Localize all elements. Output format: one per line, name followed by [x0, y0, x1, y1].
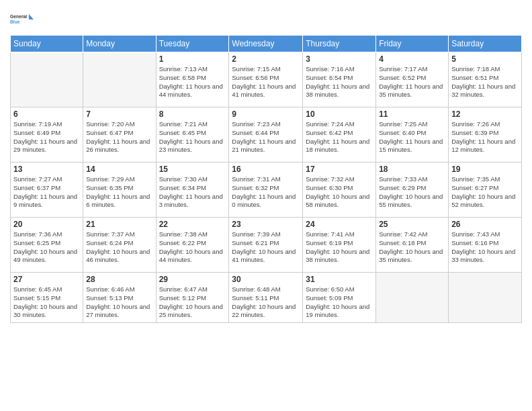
svg-text:Blue: Blue	[10, 19, 20, 24]
day-number: 3	[306, 54, 373, 64]
day-info: Sunrise: 6:48 AM Sunset: 5:11 PM Dayligh…	[232, 285, 300, 320]
header: GeneralBlue	[10, 7, 522, 31]
day-number: 2	[232, 54, 300, 64]
day-info: Sunrise: 7:16 AM Sunset: 6:54 PM Dayligh…	[306, 65, 373, 99]
calendar-cell: 5Sunrise: 7:18 AM Sunset: 6:51 PM Daylig…	[449, 52, 522, 107]
day-number: 21	[86, 220, 152, 229]
calendar-cell: 17Sunrise: 7:32 AM Sunset: 6:30 PM Dayli…	[303, 163, 376, 218]
calendar-cell: 25Sunrise: 7:42 AM Sunset: 6:18 PM Dayli…	[376, 218, 449, 273]
calendar-cell: 31Sunrise: 6:50 AM Sunset: 5:09 PM Dayli…	[303, 273, 376, 323]
day-info: Sunrise: 7:36 AM Sunset: 6:25 PM Dayligh…	[13, 230, 80, 265]
logo: GeneralBlue	[10, 7, 34, 31]
day-info: Sunrise: 7:31 AM Sunset: 6:32 PM Dayligh…	[232, 175, 300, 210]
calendar-cell: 27Sunrise: 6:45 AM Sunset: 5:15 PM Dayli…	[11, 273, 83, 323]
calendar-cell: 12Sunrise: 7:26 AM Sunset: 6:39 PM Dayli…	[449, 107, 522, 163]
calendar-cell: 1Sunrise: 7:13 AM Sunset: 6:58 PM Daylig…	[156, 52, 229, 107]
calendar-cell: 26Sunrise: 7:43 AM Sunset: 6:16 PM Dayli…	[449, 218, 522, 273]
day-info: Sunrise: 7:30 AM Sunset: 6:34 PM Dayligh…	[159, 175, 226, 210]
day-info: Sunrise: 7:21 AM Sunset: 6:45 PM Dayligh…	[159, 120, 226, 154]
day-number: 4	[379, 54, 445, 64]
day-info: Sunrise: 7:26 AM Sunset: 6:39 PM Dayligh…	[451, 120, 519, 154]
calendar-cell: 23Sunrise: 7:39 AM Sunset: 6:21 PM Dayli…	[229, 218, 303, 273]
day-number: 5	[451, 54, 519, 64]
day-of-week-header: Monday	[83, 36, 156, 52]
calendar-header-row: SundayMondayTuesdayWednesdayThursdayFrid…	[11, 36, 522, 52]
calendar-cell: 24Sunrise: 7:41 AM Sunset: 6:19 PM Dayli…	[303, 218, 376, 273]
day-number: 20	[13, 220, 80, 229]
day-info: Sunrise: 7:39 AM Sunset: 6:21 PM Dayligh…	[232, 230, 300, 265]
day-info: Sunrise: 7:25 AM Sunset: 6:40 PM Dayligh…	[379, 120, 445, 154]
calendar-cell: 28Sunrise: 6:46 AM Sunset: 5:13 PM Dayli…	[83, 273, 156, 323]
day-of-week-header: Sunday	[11, 36, 83, 52]
day-of-week-header: Tuesday	[156, 36, 229, 52]
page: GeneralBlue SundayMondayTuesdayWednesday…	[0, 0, 532, 330]
day-number: 28	[86, 275, 152, 284]
day-info: Sunrise: 7:42 AM Sunset: 6:18 PM Dayligh…	[379, 230, 445, 265]
day-info: Sunrise: 7:32 AM Sunset: 6:30 PM Dayligh…	[306, 175, 373, 210]
day-number: 31	[306, 275, 373, 284]
calendar-week-row: 13Sunrise: 7:27 AM Sunset: 6:37 PM Dayli…	[11, 163, 522, 218]
day-info: Sunrise: 7:38 AM Sunset: 6:22 PM Dayligh…	[159, 230, 226, 265]
calendar-cell: 21Sunrise: 7:37 AM Sunset: 6:24 PM Dayli…	[83, 218, 156, 273]
day-number: 16	[232, 165, 300, 174]
svg-marker-2	[29, 14, 34, 19]
day-number: 29	[159, 275, 226, 284]
calendar-cell: 29Sunrise: 6:47 AM Sunset: 5:12 PM Dayli…	[156, 273, 229, 323]
calendar-cell	[83, 52, 156, 107]
day-number: 10	[306, 109, 373, 119]
calendar-cell: 16Sunrise: 7:31 AM Sunset: 6:32 PM Dayli…	[229, 163, 303, 218]
calendar-cell: 22Sunrise: 7:38 AM Sunset: 6:22 PM Dayli…	[156, 218, 229, 273]
day-number: 1	[159, 54, 226, 64]
calendar-cell: 7Sunrise: 7:20 AM Sunset: 6:47 PM Daylig…	[83, 107, 156, 163]
calendar-week-row: 6Sunrise: 7:19 AM Sunset: 6:49 PM Daylig…	[11, 107, 522, 163]
day-number: 30	[232, 275, 300, 284]
calendar-cell: 15Sunrise: 7:30 AM Sunset: 6:34 PM Dayli…	[156, 163, 229, 218]
calendar-cell: 20Sunrise: 7:36 AM Sunset: 6:25 PM Dayli…	[11, 218, 83, 273]
day-number: 26	[451, 220, 519, 229]
calendar-cell: 8Sunrise: 7:21 AM Sunset: 6:45 PM Daylig…	[156, 107, 229, 163]
day-info: Sunrise: 7:18 AM Sunset: 6:51 PM Dayligh…	[451, 65, 519, 99]
day-info: Sunrise: 6:47 AM Sunset: 5:12 PM Dayligh…	[159, 285, 226, 320]
day-info: Sunrise: 6:50 AM Sunset: 5:09 PM Dayligh…	[306, 285, 373, 320]
calendar-cell: 3Sunrise: 7:16 AM Sunset: 6:54 PM Daylig…	[303, 52, 376, 107]
day-of-week-header: Saturday	[449, 36, 522, 52]
calendar-cell: 18Sunrise: 7:33 AM Sunset: 6:29 PM Dayli…	[376, 163, 449, 218]
svg-text:General: General	[10, 14, 27, 19]
day-info: Sunrise: 7:37 AM Sunset: 6:24 PM Dayligh…	[86, 230, 152, 265]
day-number: 22	[159, 220, 226, 229]
day-number: 27	[13, 275, 80, 284]
calendar-cell	[376, 273, 449, 323]
day-number: 23	[232, 220, 300, 229]
day-info: Sunrise: 7:19 AM Sunset: 6:49 PM Dayligh…	[13, 120, 80, 154]
calendar-cell: 14Sunrise: 7:29 AM Sunset: 6:35 PM Dayli…	[83, 163, 156, 218]
day-info: Sunrise: 6:45 AM Sunset: 5:15 PM Dayligh…	[13, 285, 80, 320]
calendar-cell: 30Sunrise: 6:48 AM Sunset: 5:11 PM Dayli…	[229, 273, 303, 323]
calendar-week-row: 27Sunrise: 6:45 AM Sunset: 5:15 PM Dayli…	[11, 273, 522, 323]
day-info: Sunrise: 7:43 AM Sunset: 6:16 PM Dayligh…	[451, 230, 519, 265]
day-number: 25	[379, 220, 445, 229]
day-number: 15	[159, 165, 226, 174]
day-number: 12	[451, 109, 519, 119]
day-info: Sunrise: 7:27 AM Sunset: 6:37 PM Dayligh…	[13, 175, 80, 210]
day-info: Sunrise: 7:15 AM Sunset: 6:56 PM Dayligh…	[232, 65, 300, 99]
day-info: Sunrise: 6:46 AM Sunset: 5:13 PM Dayligh…	[86, 285, 152, 320]
day-number: 19	[451, 165, 519, 174]
day-number: 13	[13, 165, 80, 174]
day-info: Sunrise: 7:33 AM Sunset: 6:29 PM Dayligh…	[379, 175, 445, 210]
day-number: 11	[379, 109, 445, 119]
calendar-cell: 4Sunrise: 7:17 AM Sunset: 6:52 PM Daylig…	[376, 52, 449, 107]
calendar-table: SundayMondayTuesdayWednesdayThursdayFrid…	[10, 35, 522, 323]
day-number: 18	[379, 165, 445, 174]
calendar-cell	[449, 273, 522, 323]
day-number: 7	[86, 109, 152, 119]
day-of-week-header: Thursday	[303, 36, 376, 52]
day-info: Sunrise: 7:13 AM Sunset: 6:58 PM Dayligh…	[159, 65, 226, 99]
day-info: Sunrise: 7:24 AM Sunset: 6:42 PM Dayligh…	[306, 120, 373, 154]
calendar-cell: 9Sunrise: 7:23 AM Sunset: 6:44 PM Daylig…	[229, 107, 303, 163]
day-number: 6	[13, 109, 80, 119]
calendar-cell: 19Sunrise: 7:35 AM Sunset: 6:27 PM Dayli…	[449, 163, 522, 218]
calendar-cell: 6Sunrise: 7:19 AM Sunset: 6:49 PM Daylig…	[11, 107, 83, 163]
calendar-cell: 13Sunrise: 7:27 AM Sunset: 6:37 PM Dayli…	[11, 163, 83, 218]
day-of-week-header: Wednesday	[229, 36, 303, 52]
logo-icon: GeneralBlue	[10, 7, 34, 31]
